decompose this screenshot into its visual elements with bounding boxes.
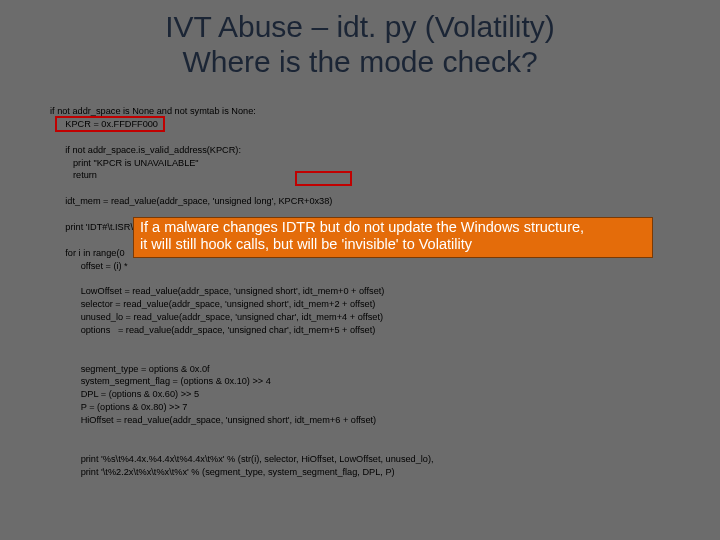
code-line: unused_lo = read_value(addr_space, 'unsi… [50, 312, 383, 322]
code-line: return [50, 170, 97, 180]
code-line: DPL = (options & 0x.60) >> 5 [50, 389, 199, 399]
callout-line2: it will still hook calls, but will be 'i… [140, 236, 472, 252]
code-line: HiOffset = read_value(addr_space, 'unsig… [50, 415, 376, 425]
callout-note: If a malware changes IDTR but do not upd… [133, 217, 653, 258]
code-line: if not addr_space.is_valid_address(KPCR)… [50, 145, 241, 155]
code-line: offset = (i) * [50, 261, 128, 271]
code-line: print '%s\t%4.4x.%4.4x\t%4.4x\t%x' % (st… [50, 454, 434, 464]
code-line: for i in range(0 [50, 248, 125, 258]
code-line: LowOffset = read_value(addr_space, 'unsi… [50, 286, 384, 296]
code-block: if not addr_space is None and not symtab… [50, 105, 690, 478]
slide-title: IVT Abuse – idt. py (Volatility) Where i… [0, 0, 720, 79]
code-line: selector = read_value(addr_space, 'unsig… [50, 299, 375, 309]
code-line: segment_type = options & 0x.0f [50, 364, 210, 374]
code-line: if not addr_space is None and not symtab… [50, 106, 256, 116]
code-line: print '\t%2.2x\t%x\t%x\t%x' % (segment_t… [50, 467, 395, 477]
highlight-box-kpcr [55, 116, 165, 132]
code-line: print "KPCR is UNAVAILABLE" [50, 158, 199, 168]
code-line: options = read_value(addr_space, 'unsign… [50, 325, 375, 335]
highlight-box-offset [295, 171, 352, 186]
callout-line1: If a malware changes IDTR but do not upd… [140, 219, 584, 235]
title-line1: IVT Abuse – idt. py (Volatility) [165, 10, 555, 43]
code-line: P = (options & 0x.80) >> 7 [50, 402, 187, 412]
code-line: idt_mem = read_value(addr_space, 'unsign… [50, 196, 332, 206]
code-line: system_segment_flag = (options & 0x.10) … [50, 376, 271, 386]
title-line2: Where is the mode check? [182, 45, 537, 78]
